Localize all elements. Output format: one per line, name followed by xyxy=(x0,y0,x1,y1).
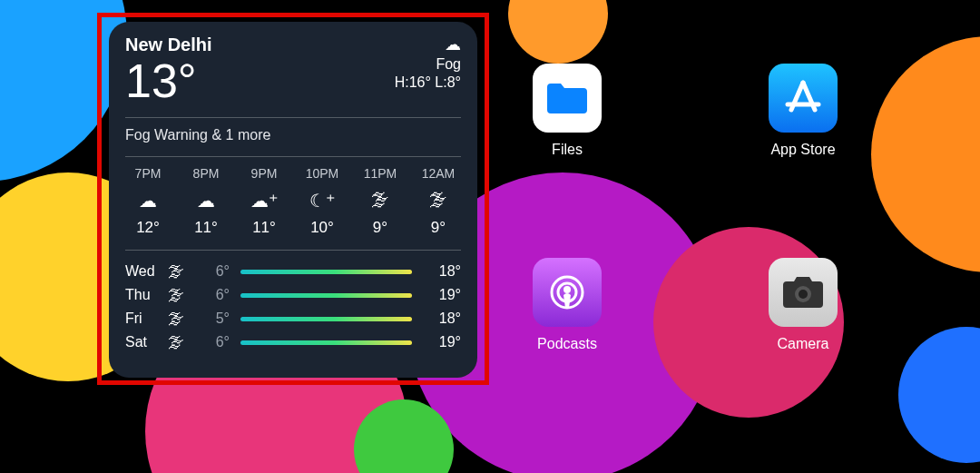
divider xyxy=(125,117,461,118)
divider xyxy=(125,156,461,157)
app-label: Podcasts xyxy=(508,336,626,352)
hour-temp: 9° xyxy=(416,219,461,237)
daily-forecast: Wed 🌫 6° 18° Thu 🌫 6° 19° Fri 🌫 5° 18° S… xyxy=(125,260,461,354)
app-appstore[interactable]: App Store xyxy=(744,64,862,158)
hour-temp: 11° xyxy=(183,219,229,237)
day-row: Wed 🌫 6° 18° xyxy=(125,260,461,283)
weather-widget[interactable]: New Delhi 13° ☁ Fog H:16° L:8° Fog Warni… xyxy=(109,22,477,378)
day-high: 19° xyxy=(423,287,461,303)
day-low: 5° xyxy=(199,310,230,327)
temp-range-bar xyxy=(240,340,412,345)
appstore-icon xyxy=(769,64,838,133)
temp-range-bar xyxy=(240,270,412,274)
divider xyxy=(125,250,461,251)
hour-time: 11PM xyxy=(358,166,403,181)
weather-hi-lo: H:16° L:8° xyxy=(395,74,461,91)
hour-item: 8PM ☁ 11° xyxy=(183,166,229,237)
temp-range-bar xyxy=(240,293,412,298)
day-label: Thu xyxy=(125,287,168,303)
bokeh-circle xyxy=(508,0,608,64)
moon-icon: ☾⁺ xyxy=(299,190,345,210)
fog-icon: 🌫 xyxy=(168,310,199,329)
weather-city: New Delhi xyxy=(125,34,212,55)
hour-temp: 12° xyxy=(125,219,171,237)
hour-time: 8PM xyxy=(183,166,229,181)
hour-temp: 11° xyxy=(241,219,287,237)
hour-time: 7PM xyxy=(125,166,171,181)
hour-item: 12AM 🌫 9° xyxy=(416,166,461,237)
weather-temp: 13° xyxy=(125,57,212,104)
fog-icon: 🌫 xyxy=(168,262,199,281)
hour-temp: 9° xyxy=(358,219,403,237)
camera-icon xyxy=(769,258,838,327)
app-files[interactable]: Files xyxy=(508,64,626,158)
fog-icon: 🌫 xyxy=(168,286,199,305)
cloud-icon: ☁ xyxy=(183,190,229,210)
day-low: 6° xyxy=(199,334,230,350)
weather-condition: Fog xyxy=(395,56,461,73)
cloud-icon: ☁ xyxy=(125,190,171,210)
fog-icon: 🌫 xyxy=(416,190,461,210)
day-row: Fri 🌫 5° 18° xyxy=(125,307,461,330)
fog-icon: 🌫 xyxy=(168,333,199,352)
day-label: Wed xyxy=(125,263,168,280)
app-label: App Store xyxy=(744,142,862,158)
day-row: Thu 🌫 6° 19° xyxy=(125,283,461,307)
day-high: 19° xyxy=(423,334,461,350)
day-label: Sat xyxy=(125,334,168,350)
cloud-night-icon: ☁⁺ xyxy=(241,190,287,210)
weather-warning[interactable]: Fog Warning & 1 more xyxy=(125,127,461,143)
day-low: 6° xyxy=(199,287,230,303)
hour-item: 7PM ☁ 12° xyxy=(125,166,171,237)
bokeh-circle xyxy=(898,327,980,463)
hourly-forecast: 7PM ☁ 12° 8PM ☁ 11° 9PM ☁⁺ 11° 10PM ☾⁺ 1… xyxy=(125,166,461,237)
hour-item: 11PM 🌫 9° xyxy=(358,166,403,237)
day-high: 18° xyxy=(423,310,461,327)
fog-icon: ☁ xyxy=(395,34,461,54)
day-low: 6° xyxy=(199,263,230,280)
hour-time: 9PM xyxy=(241,166,287,181)
day-high: 18° xyxy=(423,263,461,280)
app-camera[interactable]: Camera xyxy=(744,258,862,352)
app-label: Files xyxy=(508,142,626,158)
hour-item: 9PM ☁⁺ 11° xyxy=(241,166,287,237)
day-label: Fri xyxy=(125,310,168,327)
svg-point-5 xyxy=(564,286,571,293)
hour-temp: 10° xyxy=(299,219,345,237)
svg-point-7 xyxy=(799,290,808,299)
podcasts-icon xyxy=(533,258,602,327)
files-icon xyxy=(533,64,602,133)
fog-icon: 🌫 xyxy=(358,190,403,210)
app-label: Camera xyxy=(744,336,862,352)
hour-item: 10PM ☾⁺ 10° xyxy=(299,166,345,237)
hour-time: 12AM xyxy=(416,166,461,181)
hour-time: 10PM xyxy=(299,166,345,181)
day-row: Sat 🌫 6° 19° xyxy=(125,330,461,354)
temp-range-bar xyxy=(240,317,412,321)
home-screen-apps: Files App Store Podcasts Camera xyxy=(508,64,898,452)
app-podcasts[interactable]: Podcasts xyxy=(508,258,626,352)
